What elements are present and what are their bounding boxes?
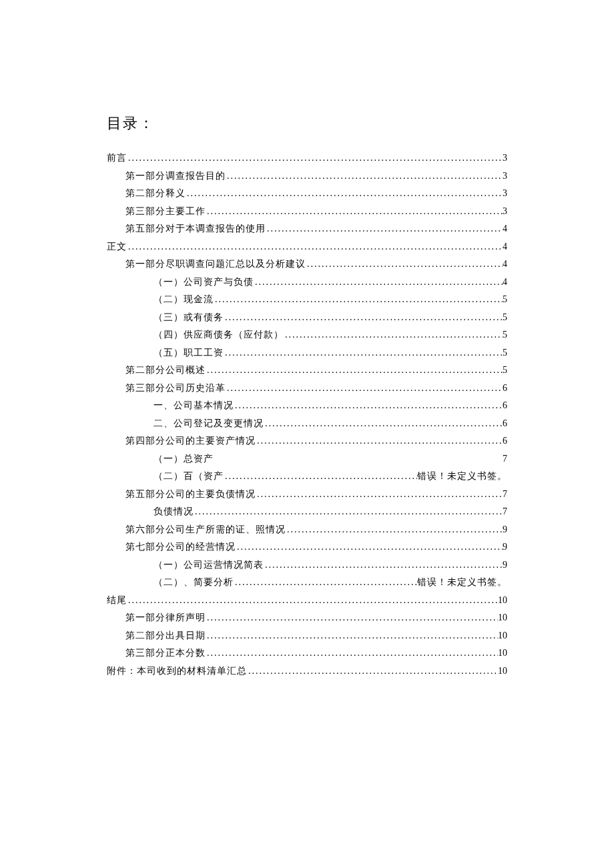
toc-page-number: 4 xyxy=(503,274,507,292)
toc-entry[interactable]: （二）百（资产.................................… xyxy=(107,468,507,486)
toc-entry-text: 结尾 xyxy=(107,592,127,610)
toc-entry[interactable]: 第一部分尽职调查问题汇总以及分析建议......................… xyxy=(107,256,507,274)
toc-entry-text: 一、公司基本情况 xyxy=(154,397,234,415)
toc-leader: ........................................… xyxy=(226,380,503,398)
toc-container: 前言......................................… xyxy=(107,149,507,680)
toc-leader: ........................................… xyxy=(226,167,503,185)
toc-error-ref: 错误！未定义书签。 xyxy=(417,574,507,592)
toc-leader: ........................................… xyxy=(247,663,498,681)
toc-page-number: 5 xyxy=(503,326,507,344)
toc-entry[interactable]: 第五部分对于本调查报告的使用..........................… xyxy=(107,220,507,238)
toc-page-number: 6 xyxy=(503,380,507,398)
toc-leader: ........................................… xyxy=(214,291,503,309)
toc-entry[interactable]: （二）、简要分析................................… xyxy=(107,574,507,592)
toc-entry-text: 附件：本司收到的材料清单汇总 xyxy=(107,663,247,681)
toc-page-number: 6 xyxy=(503,397,507,415)
toc-entry[interactable]: （一）公司运营情况简表.............................… xyxy=(107,556,507,574)
toc-entry-text: 前言 xyxy=(107,149,127,167)
toc-entry[interactable]: 第二部分公司概述................................… xyxy=(107,362,507,380)
toc-leader: ........................................… xyxy=(236,538,503,556)
toc-page-number: 5 xyxy=(503,362,507,380)
toc-entry[interactable]: 二、公司登记及变更情况.............................… xyxy=(107,415,507,433)
toc-leader: ........................................… xyxy=(127,592,498,610)
toc-page-number: 6 xyxy=(503,432,507,450)
toc-page-number: 4 xyxy=(503,256,507,274)
toc-entry-text: （一）公司资产与负债 xyxy=(154,274,254,292)
toc-leader: ........................................… xyxy=(234,574,417,592)
toc-entry-text: 第一部分调查报告目的 xyxy=(125,167,226,185)
toc-entry[interactable]: 一、公司基本情况................................… xyxy=(107,397,507,415)
toc-entry[interactable]: 前言......................................… xyxy=(107,149,507,167)
toc-entry[interactable]: 第一部分律所声明................................… xyxy=(107,609,507,627)
toc-entry-text: （二）现金流 xyxy=(154,291,214,309)
toc-page-number: 10 xyxy=(498,644,507,663)
toc-entry-text: 第一部分律所声明 xyxy=(125,609,206,627)
toc-entry-text: （一）总资产 xyxy=(154,450,214,468)
toc-page-number: 4 xyxy=(503,220,507,238)
toc-entry-text: 第三部分公司历史沿革 xyxy=(125,380,226,398)
toc-leader: ........................................… xyxy=(264,415,503,433)
toc-entry-text: 第六部分公司生产所需的证、照情况 xyxy=(125,521,286,539)
toc-entry-text: （五）职工工资 xyxy=(154,344,224,362)
toc-leader: ........................................… xyxy=(127,238,503,256)
toc-page-number: 9 xyxy=(503,521,507,539)
toc-entry[interactable]: 结尾......................................… xyxy=(107,592,507,610)
toc-entry-text: 第二部分出具日期 xyxy=(125,627,206,645)
toc-page-number: 6 xyxy=(503,415,507,433)
toc-page-number: 10 xyxy=(498,592,507,610)
toc-entry-text: 第七部分公司的经营情况 xyxy=(125,538,236,556)
toc-page-number: 5 xyxy=(503,309,507,327)
toc-error-ref: 错误！未定义书签。 xyxy=(417,468,507,486)
toc-entry[interactable]: 第三部分正本分数................................… xyxy=(107,644,507,663)
toc-page-number: 10 xyxy=(498,663,507,681)
toc-page-number: 5 xyxy=(503,291,507,309)
toc-page-number: 3 xyxy=(503,203,507,221)
toc-entry-text: 第三部分主要工作 xyxy=(125,203,206,221)
toc-entry-text: 第四部分公司的主要资产情况 xyxy=(125,432,256,450)
toc-page-number: 10 xyxy=(498,627,507,645)
toc-entry[interactable]: 第二部分出具日期................................… xyxy=(107,627,507,645)
toc-leader: ........................................… xyxy=(234,397,503,415)
toc-leader: ........................................… xyxy=(206,627,498,645)
toc-leader: ........................................… xyxy=(127,149,503,167)
toc-entry[interactable]: 第三部分公司历史沿革..............................… xyxy=(107,380,507,398)
toc-leader: ........................................… xyxy=(224,309,503,327)
toc-leader: ........................................… xyxy=(284,326,503,344)
toc-entry[interactable]: （一）公司资产与负债..............................… xyxy=(107,274,507,292)
toc-leader: ........................................… xyxy=(224,468,417,486)
toc-entry[interactable]: （五）职工工资.................................… xyxy=(107,344,507,362)
toc-leader: ........................................… xyxy=(256,432,503,450)
toc-page-number: 3 xyxy=(503,167,507,185)
toc-entry[interactable]: （一）总资产..................................… xyxy=(107,450,507,468)
toc-page-number: 7 xyxy=(503,450,507,468)
toc-leader: ........................................… xyxy=(254,274,503,292)
toc-entry[interactable]: 第五部分公司的主要负债情况...........................… xyxy=(107,486,507,504)
toc-entry[interactable]: 第一部分调查报告目的..............................… xyxy=(107,167,507,185)
toc-entry[interactable]: 正文......................................… xyxy=(107,238,507,256)
toc-entry-text: 第二部分公司概述 xyxy=(125,362,206,380)
toc-page-number: 3 xyxy=(503,149,507,167)
toc-entry[interactable]: 第三部分主要工作................................… xyxy=(107,203,507,221)
toc-entry-text: （四）供应商债务（应付款） xyxy=(154,326,284,344)
toc-entry[interactable]: 第七部分公司的经营情况.............................… xyxy=(107,538,507,556)
toc-entry-text: （二）百（资产 xyxy=(154,468,224,486)
toc-page-number: 9 xyxy=(503,538,507,556)
toc-entry[interactable]: 负债情况....................................… xyxy=(107,503,507,521)
toc-leader: ........................................… xyxy=(206,609,498,627)
toc-entry[interactable]: 第四部分公司的主要资产情况...........................… xyxy=(107,432,507,450)
toc-leader: ........................................… xyxy=(206,644,498,663)
toc-entry[interactable]: （四）供应商债务（应付款）...........................… xyxy=(107,326,507,344)
toc-leader: ........................................… xyxy=(206,203,503,221)
toc-entry[interactable]: 第六部分公司生产所需的证、照情况........................… xyxy=(107,521,507,539)
toc-entry[interactable]: （三）或有债务.................................… xyxy=(107,309,507,327)
toc-leader: ........................................… xyxy=(306,256,503,274)
toc-page-number: 9 xyxy=(503,556,507,574)
toc-entry[interactable]: （二）现金流..................................… xyxy=(107,291,507,309)
toc-leader: ........................................… xyxy=(186,185,503,203)
toc-page-number: 10 xyxy=(498,609,507,627)
toc-entry-text: 第五部分对于本调查报告的使用 xyxy=(125,220,266,238)
toc-leader: ........................................… xyxy=(286,521,503,539)
toc-title: 目录： xyxy=(107,113,507,133)
toc-entry[interactable]: 第二部分释义..................................… xyxy=(107,185,507,203)
toc-entry[interactable]: 附件：本司收到的材料清单汇总..........................… xyxy=(107,663,507,681)
